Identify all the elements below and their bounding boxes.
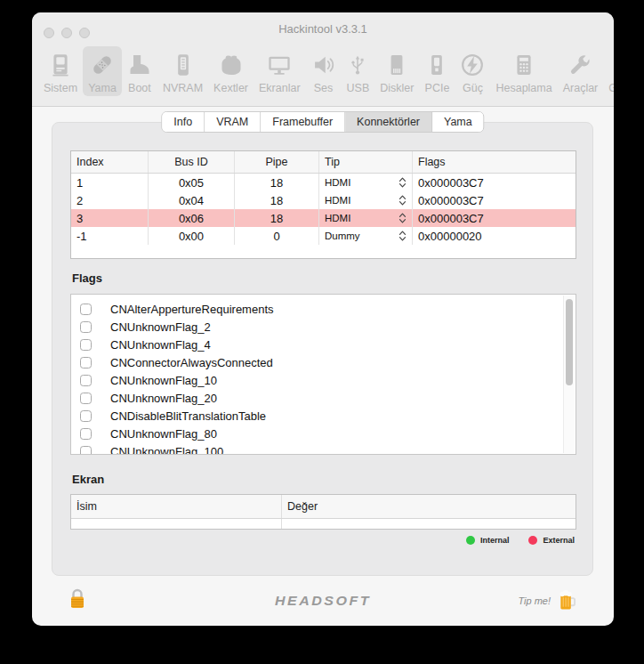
flag-checkbox[interactable]	[80, 304, 92, 315]
toolbar-item-hesaplama[interactable]: Hesaplama	[490, 46, 557, 96]
updown-chevron-icon	[398, 213, 407, 223]
cell-index: -1	[71, 227, 149, 245]
flag-row[interactable]: CNUnknownFlag_2	[71, 318, 576, 336]
flag-label: CNAlterAppertureRequirements	[110, 303, 274, 316]
table-row[interactable]: 2 0x04 18 HDMI 0x000003C7	[71, 191, 576, 209]
flag-row[interactable]: CNDisableBlitTranslationTable	[71, 407, 576, 425]
flag-label: CNUnknownFlag_4	[110, 338, 211, 352]
toolbar-item-diskler[interactable]: Diskler	[374, 46, 419, 96]
flag-row[interactable]: CNUnknownFlag_4	[71, 336, 576, 353]
tip-value: Dummy	[325, 231, 360, 241]
flag-checkbox[interactable]	[80, 321, 92, 333]
connectors-panel: Index Bus ID Pipe Tip Flags 1 0x05 18 HD…	[52, 122, 593, 576]
table-row-selected[interactable]: 3 0x06 18 HDMI 0x000003C7	[71, 209, 576, 227]
tab-konnektorler[interactable]: Konnektörler	[345, 112, 432, 132]
toolbar-item-guc[interactable]: Güç	[455, 46, 490, 96]
flag-label: CNUnknownFlag_20	[110, 392, 217, 405]
flag-label: CNUnknownFlag_10	[110, 374, 217, 387]
toolbar-item-ekranlar[interactable]: Ekranlar	[254, 46, 306, 96]
updown-chevron-icon	[398, 231, 407, 241]
table-row[interactable]: 1 0x05 18 HDMI 0x000003C7	[71, 174, 576, 191]
toolbar-label: Diskler	[380, 82, 414, 94]
toolbar-item-boot[interactable]: Boot	[122, 46, 157, 96]
tip-dropdown[interactable]: HDMI	[319, 191, 413, 209]
tab-yama[interactable]: Yama	[432, 112, 484, 132]
cell-flags: 0x000003C7	[413, 209, 576, 227]
flag-row[interactable]: CNUnknownFlag_80	[71, 425, 576, 442]
toolbar-label: PCIe	[425, 82, 450, 94]
window-title: Hackintool v3.3.1	[32, 22, 614, 36]
cell-flags: 0x000003C7	[413, 174, 576, 191]
column-header-tip[interactable]: Tip	[319, 151, 413, 173]
legend-label: Internal	[480, 536, 510, 545]
system-icon	[48, 49, 73, 81]
toolbar-item-yama[interactable]: Yama	[83, 46, 122, 96]
toolbar-item-kextler[interactable]: Kextler	[208, 46, 254, 96]
flag-checkbox[interactable]	[80, 375, 92, 386]
tip-me[interactable]: Tip me!	[518, 589, 576, 612]
vertical-scrollbar[interactable]	[563, 296, 575, 453]
table-header-row: Index Bus ID Pipe Tip Flags	[71, 151, 576, 174]
flags-section-title: Flags	[72, 271, 102, 285]
column-header-busid[interactable]: Bus ID	[149, 151, 235, 173]
toolbar-label: Yama	[88, 82, 117, 94]
flag-checkbox[interactable]	[80, 446, 92, 456]
tip-dropdown[interactable]: Dummy	[319, 227, 413, 245]
power-icon	[460, 49, 485, 81]
tab-info[interactable]: Info	[162, 112, 205, 132]
toolbar-item-araclar[interactable]: Araçlar	[558, 46, 604, 96]
column-header-index[interactable]: Index	[71, 151, 149, 173]
flag-row[interactable]: CNUnknownFlag_10	[71, 371, 576, 389]
title-bar[interactable]: Hackintool v3.3.1	[32, 12, 614, 45]
scrollbar-thumb[interactable]	[566, 299, 573, 385]
toolbar: Sistem Yama Boot NVRAM Kextler Ekranlar …	[32, 45, 614, 107]
tab-vram[interactable]: VRAM	[205, 112, 261, 132]
ekran-table: İsim Değer	[70, 494, 576, 530]
tip-value: HDMI	[325, 195, 350, 206]
flag-row[interactable]: CNUnknownFlag_100	[71, 442, 576, 455]
ekran-empty-cell	[71, 519, 282, 529]
column-header-pipe[interactable]: Pipe	[235, 151, 319, 173]
toolbar-label: Sistem	[44, 82, 77, 94]
flag-row[interactable]: CNAlterAppertureRequirements	[71, 300, 576, 318]
toolbar-item-nvram[interactable]: NVRAM	[157, 46, 208, 96]
flag-label: CNUnknownFlag_2	[110, 320, 211, 334]
tab-framebuffer[interactable]: Framebuffer	[261, 112, 345, 132]
tip-value: HDMI	[325, 213, 350, 223]
cell-busid: 0x00	[149, 227, 235, 245]
toolbar-label: Ses	[314, 82, 334, 94]
cell-pipe: 0	[235, 227, 319, 245]
toolbar-item-usb[interactable]: USB	[342, 46, 375, 96]
cell-busid: 0x04	[149, 191, 235, 209]
flag-row[interactable]: CNUnknownFlag_20	[71, 389, 576, 407]
connectors-table: Index Bus ID Pipe Tip Flags 1 0x05 18 HD…	[70, 150, 576, 259]
kexts-icon	[219, 49, 244, 81]
toolbar-label: USB	[347, 82, 370, 94]
toolbar-item-pcie[interactable]: PCIe	[419, 46, 455, 96]
cell-pipe: 18	[235, 209, 319, 227]
beer-icon	[558, 589, 576, 612]
flag-checkbox[interactable]	[80, 393, 92, 404]
cell-pipe: 18	[235, 174, 319, 191]
flag-checkbox[interactable]	[80, 410, 92, 422]
ekran-empty-cell	[282, 519, 576, 529]
flag-checkbox[interactable]	[80, 357, 92, 368]
lock-button[interactable]	[68, 587, 87, 616]
toolbar-item-sistem[interactable]: Sistem	[38, 46, 83, 96]
flag-label: CNUnknownFlag_80	[110, 427, 217, 441]
column-header-deger[interactable]: Değer	[282, 495, 576, 518]
column-header-isim[interactable]: İsim	[71, 495, 282, 518]
wrench-icon	[568, 49, 592, 81]
column-header-flags[interactable]: Flags	[413, 151, 576, 173]
updown-chevron-icon	[398, 177, 407, 188]
tip-dropdown[interactable]: HDMI	[319, 209, 413, 227]
toolbar-item-ses[interactable]: Ses	[306, 46, 342, 96]
ekran-section-title: Ekran	[72, 473, 104, 486]
flag-checkbox[interactable]	[80, 339, 92, 351]
legend-external: External	[528, 536, 575, 545]
tip-dropdown[interactable]: HDMI	[319, 174, 413, 191]
table-row[interactable]: -1 0x00 0 Dummy 0x00000020	[71, 227, 576, 245]
toolbar-item-gunluk[interactable]: Günlük	[603, 46, 614, 96]
flag-checkbox[interactable]	[80, 428, 92, 440]
flag-row[interactable]: CNConnectorAlwaysConnected	[71, 353, 576, 371]
